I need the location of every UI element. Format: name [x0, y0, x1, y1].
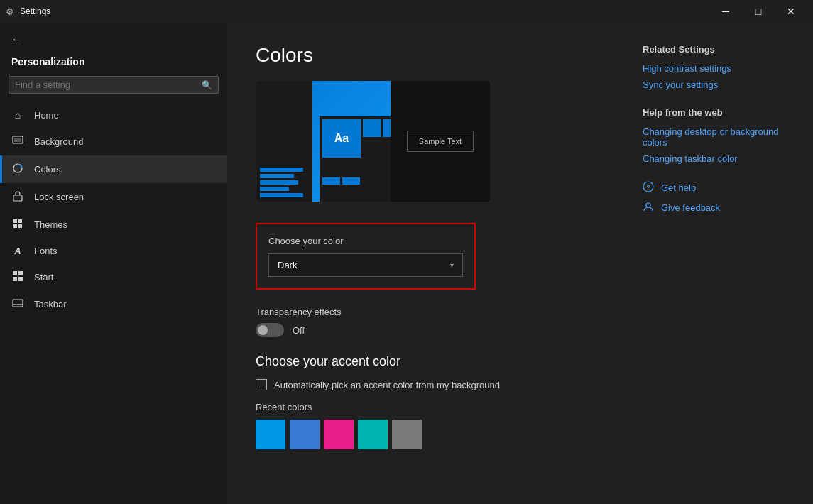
accent-title: Choose your accent color: [256, 354, 600, 369]
sidebar-item-label: Start: [34, 272, 53, 283]
sidebar-item-home[interactable]: ⌂ Home: [0, 102, 227, 128]
back-button[interactable]: ←: [0, 28, 227, 50]
color-dropdown-value: Dark: [278, 260, 297, 270]
swatch-pink[interactable]: [324, 420, 354, 449]
maximize-button[interactable]: □: [742, 0, 775, 23]
auto-pick-row: Automatically pick an accent color from …: [256, 379, 600, 390]
get-help-label: Get help: [661, 182, 696, 193]
svg-rect-5: [18, 271, 23, 275]
preview-sample-text: Sample Text: [407, 131, 474, 152]
transparency-toggle[interactable]: [256, 323, 284, 337]
search-input[interactable]: [15, 80, 202, 90]
accent-section: Choose your accent color Automatically p…: [256, 354, 600, 449]
toggle-state-label: Off: [293, 325, 305, 336]
sidebar-item-label: Lock screen: [34, 192, 84, 202]
changing-desktop-link[interactable]: Changing desktop or background colors: [643, 126, 799, 148]
back-icon: ←: [11, 34, 21, 45]
sync-settings-link[interactable]: Sync your settings: [643, 80, 799, 90]
sidebar-item-label: Taskbar: [34, 299, 67, 309]
sidebar-item-label: Fonts: [34, 246, 58, 256]
titlebar-title: Settings: [20, 6, 50, 16]
svg-rect-1: [14, 138, 21, 142]
titlebar-left: ⚙ Settings: [6, 6, 50, 17]
sidebar-item-themes[interactable]: Themes: [0, 211, 227, 239]
auto-pick-label: Automatically pick an accent color from …: [274, 380, 500, 390]
sidebar-item-lock-screen[interactable]: Lock screen: [0, 183, 227, 211]
svg-rect-4: [13, 271, 17, 275]
color-preview: Aa Sample Text: [256, 81, 490, 202]
svg-text:?: ?: [646, 184, 650, 191]
page-title: Colors: [256, 44, 600, 67]
titlebar-controls: ─ □ ✕: [709, 0, 807, 23]
svg-rect-3: [13, 195, 22, 201]
choose-color-section: Choose your color Dark ▾: [256, 223, 476, 290]
toggle-knob: [258, 325, 268, 335]
choose-color-label: Choose your color: [268, 236, 463, 246]
auto-pick-checkbox[interactable]: [256, 379, 267, 390]
get-help-icon: ?: [643, 181, 655, 194]
transparency-section: Transparency effects Off: [256, 307, 600, 337]
search-box[interactable]: 🔍: [9, 76, 219, 94]
high-contrast-link[interactable]: High contrast settings: [643, 63, 799, 74]
themes-icon: [11, 218, 24, 231]
give-feedback-label: Give feedback: [661, 202, 720, 213]
get-help-item[interactable]: ? Get help: [643, 181, 799, 194]
right-panel: Related Settings High contrast settings …: [628, 23, 813, 504]
color-dropdown[interactable]: Dark ▾: [268, 253, 463, 277]
sidebar-item-taskbar[interactable]: Taskbar: [0, 291, 227, 317]
sidebar-item-label: Background: [34, 136, 83, 147]
fonts-icon: A: [11, 246, 24, 256]
swatch-dark-blue[interactable]: [290, 420, 320, 449]
swatch-blue[interactable]: [256, 420, 285, 449]
svg-point-12: [646, 203, 650, 207]
sidebar-section-title: Personalization: [0, 50, 227, 76]
sidebar-item-colors[interactable]: Colors: [0, 155, 227, 183]
sidebar-item-label: Colors: [34, 164, 61, 175]
sidebar-item-fonts[interactable]: A Fonts: [0, 239, 227, 263]
color-swatches: [256, 420, 600, 449]
taskbar-icon: [11, 298, 24, 309]
sidebar: ← Personalization 🔍 ⌂ Home Background Co…: [0, 23, 227, 504]
sidebar-item-background[interactable]: Background: [0, 128, 227, 155]
svg-rect-8: [13, 300, 23, 307]
preview-dark-panel: Sample Text: [391, 81, 490, 202]
close-button[interactable]: ✕: [775, 0, 807, 23]
swatch-gray[interactable]: [392, 420, 422, 449]
give-feedback-item[interactable]: Give feedback: [643, 201, 799, 214]
svg-rect-7: [18, 277, 23, 281]
recent-colors-label: Recent colors: [256, 402, 600, 412]
help-title: Help from the web: [643, 107, 799, 118]
sidebar-item-label: Themes: [34, 219, 67, 230]
transparency-toggle-row: Off: [256, 323, 600, 337]
app-body: ← Personalization 🔍 ⌂ Home Background Co…: [0, 23, 813, 504]
background-icon: [11, 135, 24, 148]
main-content: Colors Aa Sample Text: [227, 23, 628, 504]
titlebar: ⚙ Settings ─ □ ✕: [0, 0, 813, 23]
sidebar-item-start[interactable]: Start: [0, 263, 227, 291]
lock-icon: [11, 190, 24, 204]
home-icon: ⌂: [11, 109, 24, 121]
minimize-button[interactable]: ─: [709, 0, 742, 23]
chevron-down-icon: ▾: [450, 261, 454, 269]
transparency-label: Transparency effects: [256, 307, 600, 317]
related-settings-title: Related Settings: [643, 44, 799, 55]
give-feedback-icon: [643, 201, 655, 214]
swatch-teal[interactable]: [358, 420, 388, 449]
colors-icon: [11, 163, 24, 176]
svg-rect-6: [13, 277, 17, 281]
start-icon: [11, 270, 24, 284]
changing-taskbar-link[interactable]: Changing taskbar color: [643, 153, 799, 164]
sidebar-item-label: Home: [34, 110, 59, 121]
search-icon: 🔍: [202, 80, 212, 90]
